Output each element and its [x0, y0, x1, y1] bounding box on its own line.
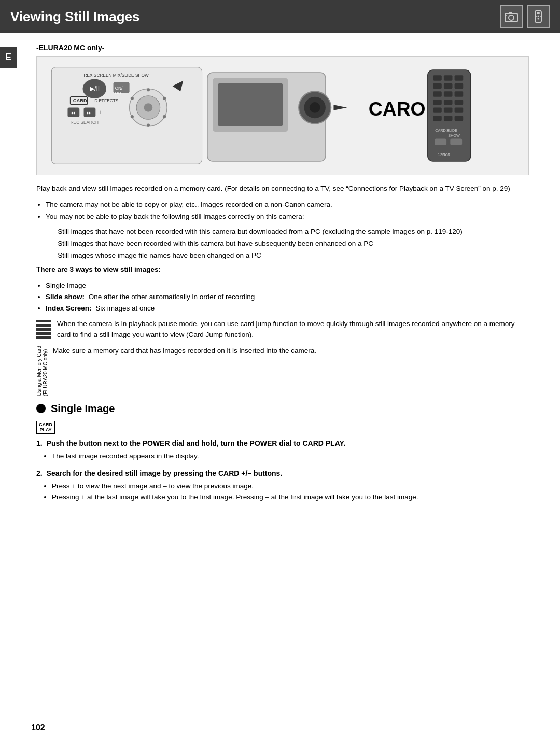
- page-title: Viewing Still Images: [10, 9, 140, 25]
- svg-text:REX SCREEN  MIX/SLIDE SHOW: REX SCREEN MIX/SLIDE SHOW: [84, 73, 149, 78]
- svg-point-1: [509, 15, 514, 20]
- step2-title: 2. Search for the desired still image by…: [36, 468, 529, 479]
- illustration-svg: REX SCREEN MIX/SLIDE SHOW ▶/II ON/ OFF C…: [37, 57, 528, 175]
- svg-point-6: [538, 16, 539, 17]
- svg-rect-56: [433, 107, 442, 112]
- svg-rect-54: [444, 100, 453, 105]
- dash-item-1: Still images that have not been recorded…: [52, 227, 529, 237]
- subtitle: -ELURA20 MC only-: [36, 44, 529, 52]
- step-1: 1. Push the button next to the POWER dia…: [36, 438, 529, 462]
- para2: When the camera is in playback pause mod…: [57, 319, 529, 341]
- svg-rect-49: [455, 83, 464, 89]
- card-play-badge: CARD PLAY: [36, 421, 55, 434]
- remote-icon: [533, 9, 543, 24]
- bullet-list-main: The camera may not be able to copy or pl…: [46, 200, 529, 222]
- header-bar: Viewing Still Images: [0, 0, 560, 33]
- svg-text:▶/II: ▶/II: [90, 85, 100, 92]
- svg-rect-58: [455, 107, 464, 112]
- sidebar-line-1: [36, 320, 51, 322]
- ways-heading: There are 3 ways to view still images:: [36, 264, 529, 275]
- svg-rect-61: [455, 116, 464, 121]
- step2-bullets: Press + to view the next image and – to …: [52, 481, 529, 503]
- svg-rect-53: [433, 100, 442, 105]
- page-number: 102: [31, 723, 45, 732]
- svg-rect-46: [455, 75, 464, 80]
- step1-title: 1. Push the button next to the POWER dia…: [36, 438, 529, 449]
- svg-rect-60: [444, 116, 453, 121]
- svg-point-9: [540, 16, 541, 17]
- step1-bullets: The last image recorded appears in the d…: [52, 451, 529, 462]
- sidebar-lines: [36, 320, 51, 341]
- svg-point-34: [131, 97, 134, 100]
- svg-point-8: [536, 16, 537, 17]
- sidebar-line-4: [36, 332, 51, 335]
- svg-rect-57: [444, 107, 453, 112]
- svg-text:D.EFFECTS: D.EFFECTS: [94, 98, 118, 103]
- svg-rect-52: [455, 91, 464, 96]
- bullet-circle: [36, 404, 46, 413]
- svg-text:SLIDE: SLIDE: [446, 128, 457, 133]
- svg-rect-50: [433, 91, 442, 96]
- svg-point-41: [310, 102, 320, 113]
- svg-point-31: [163, 115, 166, 118]
- sidebar-wrapper: When the camera is in playback pause mod…: [36, 319, 529, 341]
- svg-text:+: +: [99, 109, 103, 116]
- camera-icon-box: [500, 5, 523, 28]
- svg-point-32: [147, 124, 150, 127]
- svg-rect-48: [444, 83, 453, 89]
- bullet-item-1: The camera may not be able to copy or pl…: [46, 200, 529, 210]
- svg-text:OFF: OFF: [115, 91, 123, 95]
- dash-item-2: Still images that have been recorded wit…: [52, 238, 529, 249]
- svg-point-30: [163, 97, 166, 100]
- svg-rect-47: [433, 83, 442, 89]
- single-image-section: Single Image: [36, 403, 529, 415]
- svg-rect-51: [444, 91, 453, 96]
- svg-point-29: [147, 88, 150, 91]
- header-icons: [500, 5, 550, 28]
- svg-text:⏭: ⏭: [87, 110, 92, 116]
- svg-text:Canon: Canon: [437, 152, 450, 157]
- camera-icon: [504, 9, 519, 24]
- page: Viewing Still Images: [0, 0, 560, 748]
- sidebar-line-2: [36, 324, 51, 327]
- e-tab: E: [0, 47, 17, 68]
- dash-list: Still images that have not been recorded…: [52, 227, 529, 261]
- svg-point-33: [131, 115, 134, 118]
- svg-marker-42: [333, 105, 347, 110]
- side-text-container: Using a Memory Card (ELURA20 MC only): [36, 346, 49, 396]
- step-2: 2. Search for the desired still image by…: [36, 468, 529, 503]
- svg-rect-65: [435, 139, 446, 145]
- svg-point-28: [144, 103, 153, 112]
- step1-bullet-1: The last image recorded appears in the d…: [52, 451, 529, 462]
- step2-bullet-2: Pressing + at the last image will take y…: [52, 492, 529, 503]
- way-1: Single image: [46, 280, 529, 291]
- dash-item-3: Still images whose image file names have…: [52, 250, 529, 261]
- way-2: Slide show: One after the other automati…: [46, 291, 529, 303]
- svg-text:SHOW: SHOW: [448, 133, 460, 138]
- svg-rect-38: [218, 83, 283, 126]
- sidebar-line-3: [36, 328, 51, 331]
- svg-text:REC SEARCH: REC SEARCH: [71, 120, 99, 125]
- svg-rect-55: [455, 100, 464, 105]
- svg-rect-5: [537, 12, 540, 14]
- sidebar-section: When the camera is in playback pause mod…: [36, 319, 529, 341]
- main-content: -ELURA20 MC only- REX SCREEN MIX/SLIDE S…: [0, 33, 560, 519]
- way-3: Index Screen: Six images at once: [46, 303, 529, 314]
- sidebar-line-5: [36, 336, 51, 339]
- illustration-box: REX SCREEN MIX/SLIDE SHOW ▶/II ON/ OFF C…: [36, 56, 529, 175]
- caro-text: CARO: [369, 98, 426, 120]
- para3-section: Using a Memory Card (ELURA20 MC only) Ma…: [36, 346, 529, 396]
- para3: Make sure a memory card that has images …: [53, 346, 316, 357]
- svg-text:CARD: CARD: [73, 98, 87, 103]
- svg-rect-44: [433, 75, 442, 80]
- remote-icon-box: [527, 5, 550, 28]
- step2-bullet-1: Press + to view the next image and – to …: [52, 481, 529, 492]
- svg-rect-45: [444, 75, 453, 80]
- bullet-item-2: You may not be able to play back the fol…: [46, 211, 529, 222]
- svg-text:⏮: ⏮: [71, 110, 76, 116]
- svg-rect-59: [433, 116, 442, 121]
- svg-rect-2: [509, 12, 512, 14]
- svg-point-7: [538, 18, 539, 20]
- ways-section: There are 3 ways to view still images: S…: [36, 264, 529, 314]
- para1: Play back and view still images recorded…: [36, 184, 529, 194]
